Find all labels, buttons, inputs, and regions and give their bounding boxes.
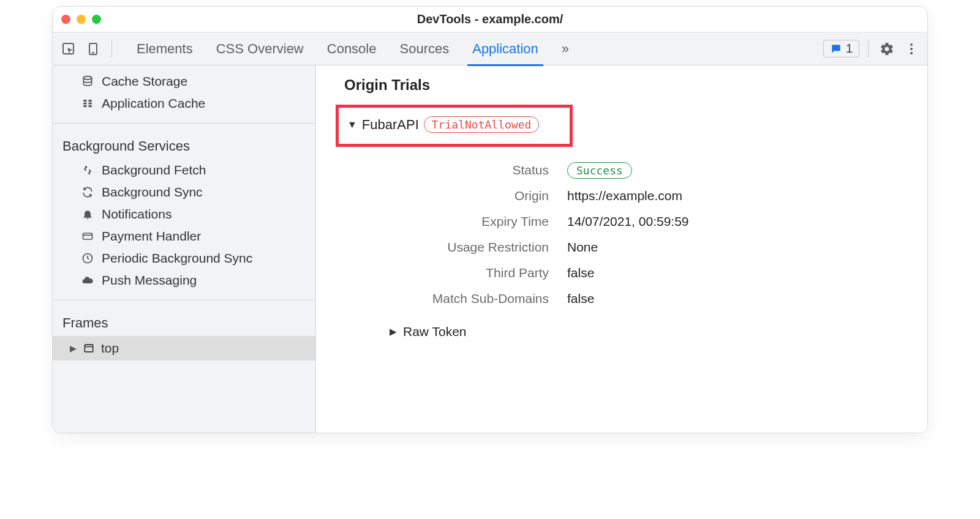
sidebar-section-label: Frames xyxy=(53,309,315,336)
svg-point-6 xyxy=(83,77,91,80)
expand-triangle-icon: ▶ xyxy=(390,326,397,337)
row-label-expiry: Expiry Time xyxy=(365,214,549,229)
svg-rect-8 xyxy=(89,100,92,102)
grid-icon xyxy=(81,97,94,110)
tab-css-overview[interactable]: CSS Overview xyxy=(213,34,307,64)
traffic-lights xyxy=(61,15,101,24)
sidebar-item-label: Background Fetch xyxy=(102,163,206,177)
content-area: Cache Storage Application Cache Backgrou… xyxy=(53,65,927,433)
trial-name: FubarAPI xyxy=(362,117,419,133)
sidebar-item-label: Application Cache xyxy=(102,96,205,111)
issues-icon xyxy=(830,43,842,55)
sidebar-item-label: Cache Storage xyxy=(102,74,187,89)
settings-icon[interactable] xyxy=(877,39,897,59)
tab-application[interactable]: Application xyxy=(469,34,542,64)
trial-header-highlight: ▼ FubarAPI TrialNotAllowed xyxy=(336,105,573,147)
sidebar-item-label: Payment Handler xyxy=(102,229,201,244)
sidebar-cache-section: Cache Storage Application Cache xyxy=(53,65,315,119)
main-panel: Origin Trials ▼ FubarAPI TrialNotAllowed… xyxy=(316,65,927,433)
row-label-status: Status xyxy=(365,163,549,177)
row-label-third-party: Third Party xyxy=(365,266,549,280)
trial-details-grid: Status Success Origin https://example.co… xyxy=(365,163,909,306)
tab-sources[interactable]: Sources xyxy=(396,34,453,64)
sidebar-item-label: Periodic Background Sync xyxy=(102,251,252,266)
inspect-element-icon[interactable] xyxy=(59,39,78,59)
row-value-match-subdomains: false xyxy=(567,291,909,306)
svg-rect-12 xyxy=(89,105,92,107)
svg-point-5 xyxy=(910,52,913,54)
tab-console[interactable]: Console xyxy=(323,34,380,64)
sidebar-frames-section: Frames xyxy=(53,304,315,336)
sidebar-item-label: Push Messaging xyxy=(102,273,197,288)
sidebar-item-background-sync[interactable]: Background Sync xyxy=(53,181,315,203)
sidebar-item-background-fetch[interactable]: Background Fetch xyxy=(53,159,315,181)
svg-rect-9 xyxy=(83,103,86,105)
collapse-triangle-icon: ▼ xyxy=(347,119,357,130)
sidebar-item-cache-storage[interactable]: Cache Storage xyxy=(53,70,315,92)
status-value-badge: Success xyxy=(567,162,632,179)
sidebar-item-payment-handler[interactable]: Payment Handler xyxy=(53,225,315,247)
titlebar: DevTools - example.com/ xyxy=(53,7,927,32)
more-menu-icon[interactable] xyxy=(902,39,921,59)
minimize-window-button[interactable] xyxy=(77,15,86,24)
sidebar-item-label: Background Sync xyxy=(102,185,203,200)
row-value-third-party: false xyxy=(567,266,909,280)
svg-rect-11 xyxy=(83,105,86,107)
sidebar-item-push-messaging[interactable]: Push Messaging xyxy=(53,269,315,291)
svg-rect-16 xyxy=(85,345,92,352)
device-toolbar-icon[interactable] xyxy=(83,39,103,59)
row-label-origin: Origin xyxy=(365,189,549,203)
svg-rect-10 xyxy=(89,103,92,105)
sidebar-item-periodic-sync[interactable]: Periodic Background Sync xyxy=(53,247,315,269)
sidebar-item-label: Notifications xyxy=(102,207,172,222)
window-title: DevTools - example.com/ xyxy=(53,12,927,26)
panel-tabs: Elements CSS Overview Console Sources Ap… xyxy=(133,34,573,64)
svg-point-3 xyxy=(910,43,913,46)
sync-icon xyxy=(81,185,94,199)
svg-rect-7 xyxy=(83,100,86,102)
close-window-button[interactable] xyxy=(61,15,70,24)
frames-top-label: top xyxy=(101,341,119,356)
svg-rect-13 xyxy=(83,233,92,239)
clock-icon xyxy=(81,252,94,265)
sidebar-divider xyxy=(53,300,315,301)
sidebar-item-notifications[interactable]: Notifications xyxy=(53,203,315,225)
tab-elements[interactable]: Elements xyxy=(133,34,197,64)
card-icon xyxy=(81,230,94,243)
sidebar-bg-section: Background Services Background Fetch Bac… xyxy=(53,127,315,296)
trial-header-row[interactable]: ▼ FubarAPI TrialNotAllowed xyxy=(347,116,539,133)
sidebar: Cache Storage Application Cache Backgrou… xyxy=(53,65,316,433)
bell-icon xyxy=(81,207,94,221)
row-label-usage: Usage Restriction xyxy=(365,240,549,255)
fetch-icon xyxy=(81,163,94,177)
cloud-icon xyxy=(81,274,94,287)
frames-top-row[interactable]: ▶ top xyxy=(53,336,315,360)
sidebar-section-label: Background Services xyxy=(53,132,315,159)
zoom-window-button[interactable] xyxy=(92,15,101,24)
sidebar-item-application-cache[interactable]: Application Cache xyxy=(53,92,315,114)
raw-token-row[interactable]: ▶ Raw Token xyxy=(390,324,909,339)
row-label-match-subdomains: Match Sub-Domains xyxy=(365,291,549,306)
raw-token-label: Raw Token xyxy=(403,324,467,339)
section-title: Origin Trials xyxy=(344,77,909,94)
toolbar-divider xyxy=(868,40,869,58)
row-value-expiry: 14/07/2021, 00:59:59 xyxy=(567,214,909,229)
row-value-usage: None xyxy=(567,240,909,255)
database-icon xyxy=(81,75,94,88)
issues-badge[interactable]: 1 xyxy=(823,40,859,58)
devtools-window: DevTools - example.com/ Elements CSS Ove… xyxy=(52,6,928,433)
toolbar-divider xyxy=(111,40,112,58)
tabs-overflow-button[interactable]: » xyxy=(558,34,573,64)
trial-status-badge: TrialNotAllowed xyxy=(424,116,540,133)
toolbar: Elements CSS Overview Console Sources Ap… xyxy=(53,32,927,65)
sidebar-divider xyxy=(53,123,315,124)
svg-point-4 xyxy=(910,48,913,50)
frame-icon xyxy=(83,342,95,354)
issues-count: 1 xyxy=(846,42,853,56)
expand-triangle-icon: ▶ xyxy=(70,343,77,353)
row-value-origin: https://example.com xyxy=(567,189,909,203)
